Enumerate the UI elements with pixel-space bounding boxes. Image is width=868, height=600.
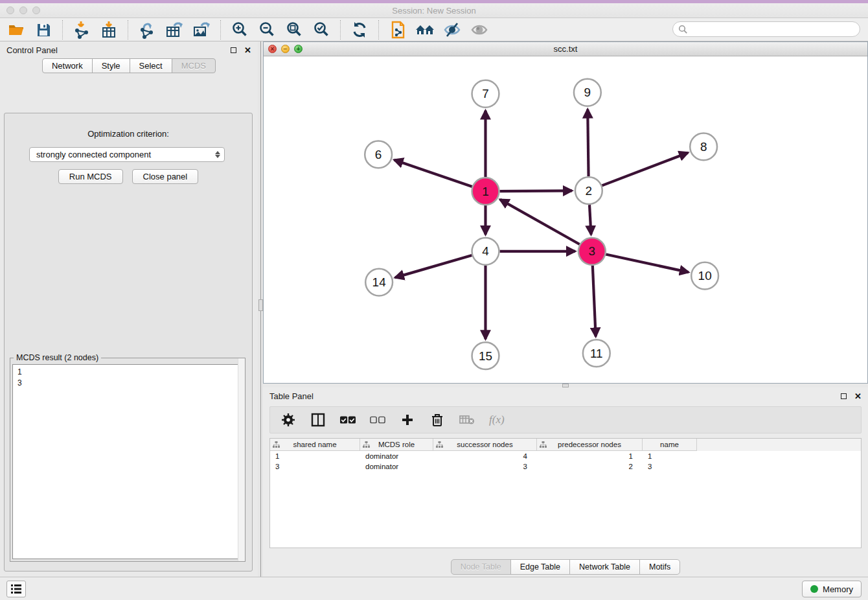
- table-cell[interactable]: 2: [537, 463, 643, 470]
- toolbar-separator: [220, 20, 221, 40]
- column-header-shared-name[interactable]: shared name: [270, 439, 360, 451]
- tab-edge-table[interactable]: Edge Table: [510, 559, 570, 575]
- table-panel: Table Panel ✕ f(x) shared nameMCDS roles…: [263, 387, 868, 577]
- close-table-panel-icon[interactable]: ✕: [854, 392, 862, 400]
- status-bar: Memory: [0, 577, 868, 600]
- float-table-panel-icon[interactable]: [841, 393, 847, 399]
- import-table-icon[interactable]: [99, 21, 119, 39]
- table-cell[interactable]: dominator: [360, 452, 433, 460]
- graph-edge-2-3[interactable]: [589, 205, 591, 235]
- apply-preferred-layout-icon[interactable]: [350, 21, 369, 39]
- zoom-out-icon[interactable]: [257, 21, 277, 39]
- tab-node-table[interactable]: Node Table: [451, 559, 511, 575]
- node-table[interactable]: shared nameMCDS rolesuccessor nodesprede…: [269, 438, 862, 548]
- network-canvas[interactable]: 7968124314101511: [264, 56, 867, 383]
- network-window-titlebar[interactable]: × − + scc.txt: [264, 42, 867, 56]
- column-header-name[interactable]: name: [643, 439, 697, 451]
- result-scrollbar[interactable]: [238, 358, 245, 561]
- run-mcds-button[interactable]: Run MCDS: [58, 169, 123, 184]
- delete-columns-icon[interactable]: [429, 412, 445, 428]
- zoom-selected-icon[interactable]: [312, 21, 331, 39]
- table-cell[interactable]: 4: [433, 452, 537, 460]
- optimization-criterion-label: Optimization criterion:: [5, 129, 252, 139]
- close-panel-button[interactable]: Close panel: [132, 169, 199, 184]
- table-cell[interactable]: 3: [270, 463, 360, 470]
- mcds-panel: Optimization criterion: strongly connect…: [4, 113, 253, 571]
- table-settings-icon[interactable]: [280, 412, 296, 428]
- birds-eye-view-icon[interactable]: [470, 21, 489, 39]
- export-network-icon[interactable]: [137, 21, 157, 39]
- table-row[interactable]: 3dominator323: [270, 461, 861, 472]
- graph-node-label: 14: [372, 275, 386, 289]
- table-body: 1dominator4113dominator323: [270, 451, 861, 472]
- vertical-splitter[interactable]: [258, 41, 263, 577]
- graph-edge-4-14[interactable]: [395, 255, 472, 277]
- show-panels-button[interactable]: [6, 581, 26, 597]
- search-field[interactable]: [691, 23, 860, 35]
- table-panel-title: Table Panel: [269, 391, 841, 401]
- mcds-result-list[interactable]: 1 3: [12, 364, 243, 559]
- show-column-panel-icon[interactable]: [310, 412, 326, 428]
- network-graph[interactable]: 7968124314101511: [264, 56, 867, 383]
- graph-edge-1-2[interactable]: [499, 190, 572, 191]
- table-cell[interactable]: 1: [643, 452, 697, 460]
- mcds-result-group: MCDS result (2 nodes) 1 3: [10, 358, 246, 562]
- tab-mcds[interactable]: MCDS: [172, 58, 216, 73]
- table-header-row[interactable]: shared nameMCDS rolesuccessor nodesprede…: [270, 439, 861, 451]
- column-type-icon: [363, 441, 370, 448]
- search-input[interactable]: [672, 21, 860, 37]
- tab-network-table[interactable]: Network Table: [569, 559, 640, 575]
- tab-network[interactable]: Network: [42, 58, 93, 73]
- graph-edge-3-1[interactable]: [500, 200, 580, 244]
- graph-edge-2-9[interactable]: [588, 110, 588, 177]
- zoom-fit-icon[interactable]: [284, 21, 304, 39]
- column-type-icon: [436, 441, 443, 448]
- memory-label: Memory: [823, 584, 853, 594]
- search-icon: [678, 25, 688, 34]
- graph-edge-2-8[interactable]: [602, 153, 688, 186]
- table-cell[interactable]: 1: [537, 452, 643, 460]
- create-column-icon[interactable]: [400, 412, 415, 428]
- column-header-predecessor-nodes[interactable]: predecessor nodes: [537, 439, 643, 451]
- export-table-icon[interactable]: [165, 21, 184, 39]
- table-cell[interactable]: 3: [433, 463, 537, 470]
- tab-style[interactable]: Style: [92, 58, 130, 73]
- control-panel: Control Panel ✕ Network Style Select MCD…: [0, 41, 258, 577]
- graph-node-label: 3: [589, 244, 596, 258]
- column-header-successor-nodes[interactable]: successor nodes: [433, 439, 537, 451]
- optimization-criterion-select[interactable]: strongly connected component: [29, 147, 225, 162]
- graph-node-label: 6: [375, 148, 382, 161]
- float-panel-icon[interactable]: [231, 47, 236, 53]
- mcds-result-title: MCDS result (2 nodes): [14, 353, 101, 362]
- column-header-MCDS-role[interactable]: MCDS role: [360, 439, 433, 451]
- graph-edge-1-6[interactable]: [394, 160, 472, 187]
- hide-graphics-details-icon[interactable]: [442, 21, 462, 39]
- graph-node-label: 1: [482, 185, 489, 198]
- graph-node-label: 10: [698, 269, 712, 283]
- table-cell[interactable]: dominator: [360, 463, 433, 470]
- select-all-rows-icon[interactable]: [340, 412, 356, 428]
- splitter-grip[interactable]: [258, 299, 263, 311]
- save-session-icon[interactable]: [34, 21, 53, 39]
- home-icon[interactable]: [415, 21, 435, 39]
- open-session-icon[interactable]: [6, 21, 26, 39]
- control-panel-title: Control Panel: [6, 45, 231, 55]
- table-row[interactable]: 1dominator411: [270, 451, 861, 461]
- column-type-icon: [540, 441, 547, 448]
- toolbar-separator: [62, 20, 63, 40]
- table-cell[interactable]: 1: [270, 452, 360, 460]
- new-network-from-selection-icon[interactable]: [388, 21, 407, 39]
- tab-motifs[interactable]: Motifs: [639, 559, 680, 575]
- table-cell[interactable]: 3: [643, 463, 697, 470]
- memory-button[interactable]: Memory: [802, 581, 862, 597]
- import-network-icon[interactable]: [72, 21, 91, 39]
- zoom-in-icon[interactable]: [230, 21, 249, 39]
- function-builder-icon: f(x): [489, 413, 505, 426]
- close-panel-icon[interactable]: ✕: [244, 46, 251, 54]
- graph-edge-3-11[interactable]: [593, 266, 596, 337]
- graph-edge-3-10[interactable]: [606, 254, 689, 272]
- export-image-icon[interactable]: [192, 21, 211, 39]
- tab-select[interactable]: Select: [130, 58, 172, 73]
- deselect-all-rows-icon[interactable]: [370, 412, 385, 428]
- main-titlebar: Session: New Session: [0, 3, 868, 18]
